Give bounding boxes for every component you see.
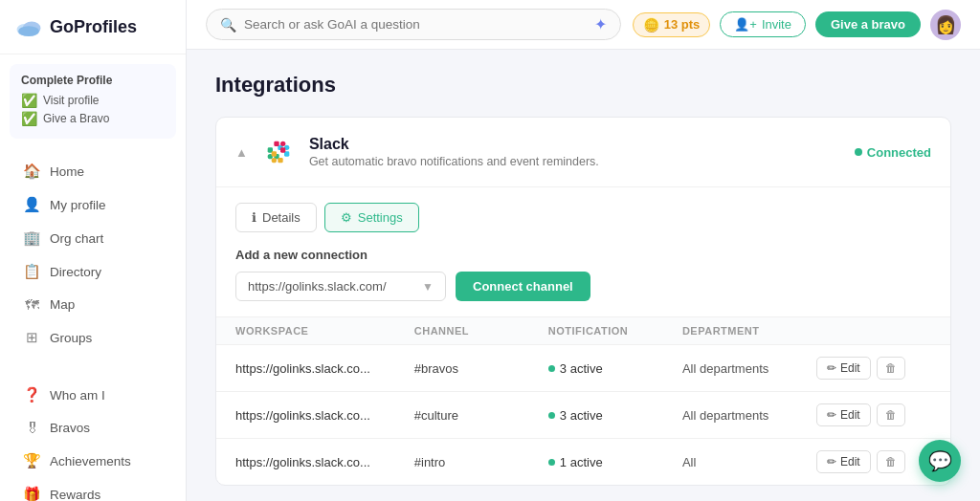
pts-badge: 🪙 13 pts <box>633 12 711 37</box>
channel-cell: #culture <box>414 408 548 423</box>
svg-rect-14 <box>278 158 282 163</box>
checklist-item-visit: ✅ Visit profile <box>21 93 165 108</box>
table-header: WORKSPACE CHANNEL NOTIFICATION DEPARTMEN… <box>216 316 950 344</box>
checklist-bravo-label: Give a Bravo <box>43 112 109 125</box>
table-row: https://golinks.slack.co... #bravos 3 ac… <box>216 344 950 391</box>
connected-badge: Connected <box>855 145 931 160</box>
edit-button[interactable]: ✏ Edit <box>816 357 871 380</box>
nav-section-personal: ❓ Who am I 🎖 Bravos 🏆 Achievements 🎁 Rew… <box>0 372 186 501</box>
who-icon: ❓ <box>23 386 40 403</box>
give-bravo-button[interactable]: Give a bravo <box>815 11 921 37</box>
connection-form: https://golinks.slack.com/ ▼ Connect cha… <box>235 272 931 301</box>
workspace-cell: https://golinks.slack.co... <box>235 455 414 469</box>
svg-rect-15 <box>272 151 277 156</box>
gear-icon: ⚙ <box>341 210 352 225</box>
checklist-title: Complete Profile <box>21 74 165 87</box>
sidebar-item-org-label: Org chart <box>50 231 103 246</box>
sidebar-item-achievements[interactable]: 🏆 Achievements <box>6 445 180 477</box>
sidebar-item-bravos[interactable]: 🎖 Bravos <box>6 412 180 444</box>
row-actions: ✏ Edit 🗑 <box>816 357 931 380</box>
svg-rect-11 <box>280 147 285 152</box>
tab-details[interactable]: ℹ Details <box>235 203 317 232</box>
sidebar-item-home[interactable]: 🏠 Home <box>6 155 180 187</box>
directory-icon: 📋 <box>23 263 40 280</box>
sidebar-item-org-chart[interactable]: 🏢 Org chart <box>6 222 180 254</box>
info-icon: ℹ <box>252 210 256 225</box>
channel-cell: #bravos <box>414 361 548 376</box>
profile-icon: 👤 <box>23 196 40 213</box>
topbar-right: 🪙 13 pts 👤+ Invite Give a bravo 👩 <box>633 10 961 40</box>
svg-rect-12 <box>274 142 278 146</box>
sidebar-item-achievements-label: Achievements <box>50 454 131 468</box>
notification-badge: 3 active <box>548 408 682 423</box>
org-icon: 🏢 <box>23 229 40 247</box>
integration-tabs: ℹ Details ⚙ Settings <box>216 187 950 232</box>
main-content: 🔍 ✦ 🪙 13 pts 👤+ Invite Give a bravo 👩 In… <box>187 0 980 501</box>
check-icon-2: ✅ <box>21 111 37 126</box>
slack-logo <box>261 135 296 169</box>
sidebar-item-rewards-label: Rewards <box>50 488 100 502</box>
dropdown-arrow-icon: ▼ <box>422 280 434 294</box>
edit-button[interactable]: ✏ Edit <box>816 403 871 426</box>
sidebar-item-map[interactable]: 🗺 Map <box>6 289 180 320</box>
integration-info: Slack Get automatic bravo notifications … <box>309 136 841 168</box>
channel-cell: #intro <box>414 455 548 469</box>
table-row: https://golinks.slack.co... #intro 1 act… <box>216 438 950 485</box>
sidebar-item-groups-label: Groups <box>50 331 92 345</box>
map-icon: 🗺 <box>23 296 40 313</box>
groups-icon: ⊞ <box>23 329 40 346</box>
invite-button[interactable]: 👤+ Invite <box>720 11 806 37</box>
logo-text: GoProfiles <box>50 17 137 37</box>
search-bar[interactable]: 🔍 ✦ <box>206 9 621 40</box>
sidebar-item-directory[interactable]: 📋 Directory <box>6 255 180 288</box>
sidebar-item-groups[interactable]: ⊞ Groups <box>6 321 180 354</box>
svg-rect-13 <box>272 158 277 163</box>
chat-bubble[interactable]: 💬 <box>919 440 961 482</box>
sidebar: GoProfiles Complete Profile ✅ Visit prof… <box>0 0 187 501</box>
pencil-icon: ✏ <box>827 361 836 375</box>
delete-button[interactable]: 🗑 <box>877 357 905 380</box>
table-row: https://golinks.slack.co... #culture 3 a… <box>216 391 950 438</box>
col-actions <box>816 325 931 337</box>
row-actions: ✏ Edit 🗑 <box>816 403 931 426</box>
workspace-cell: https://golinks.slack.co... <box>235 408 414 423</box>
sidebar-item-who-am-i[interactable]: ❓ Who am I <box>6 379 180 411</box>
integration-header: ▲ <box>216 118 950 187</box>
logo-icon <box>15 13 42 40</box>
search-icon: 🔍 <box>220 17 236 33</box>
collapse-icon[interactable]: ▲ <box>235 145 248 160</box>
department-cell: All <box>682 455 816 469</box>
search-input[interactable] <box>244 17 587 32</box>
sidebar-item-rewards[interactable]: 🎁 Rewards <box>6 478 180 501</box>
delete-button[interactable]: 🗑 <box>877 450 905 473</box>
topbar: 🔍 ✦ 🪙 13 pts 👤+ Invite Give a bravo 👩 <box>187 0 980 50</box>
content-area: Integrations ▲ <box>187 50 980 501</box>
tab-settings[interactable]: ⚙ Settings <box>324 203 419 232</box>
page-title: Integrations <box>215 73 951 98</box>
avatar[interactable]: 👩 <box>930 10 961 40</box>
sidebar-item-home-label: Home <box>50 164 84 179</box>
svg-rect-10 <box>280 142 285 146</box>
sidebar-item-my-profile[interactable]: 👤 My profile <box>6 188 180 221</box>
row-actions: ✏ Edit 🗑 <box>816 450 931 473</box>
sidebar-item-bravos-label: Bravos <box>50 421 90 435</box>
bravos-icon: 🎖 <box>23 420 40 436</box>
col-department: DEPARTMENT <box>682 325 816 337</box>
sidebar-item-map-label: Map <box>50 297 75 312</box>
svg-rect-3 <box>261 135 296 169</box>
home-icon: 🏠 <box>23 163 40 180</box>
connected-label: Connected <box>867 145 931 160</box>
pencil-icon: ✏ <box>827 455 836 468</box>
edit-button[interactable]: ✏ Edit <box>816 450 871 473</box>
delete-button[interactable]: 🗑 <box>877 403 905 426</box>
connect-channel-button[interactable]: Connect channel <box>456 272 590 301</box>
url-select[interactable]: https://golinks.slack.com/ ▼ <box>235 272 446 301</box>
sidebar-item-profile-label: My profile <box>50 198 106 212</box>
chat-icon: 💬 <box>928 449 952 472</box>
notification-badge: 1 active <box>548 455 682 469</box>
checklist-item-bravo: ✅ Give a Bravo <box>21 111 165 126</box>
ai-icon: ✦ <box>594 15 607 33</box>
active-dot <box>548 412 555 419</box>
checklist-visit-label: Visit profile <box>43 94 99 107</box>
checklist: Complete Profile ✅ Visit profile ✅ Give … <box>10 64 176 139</box>
